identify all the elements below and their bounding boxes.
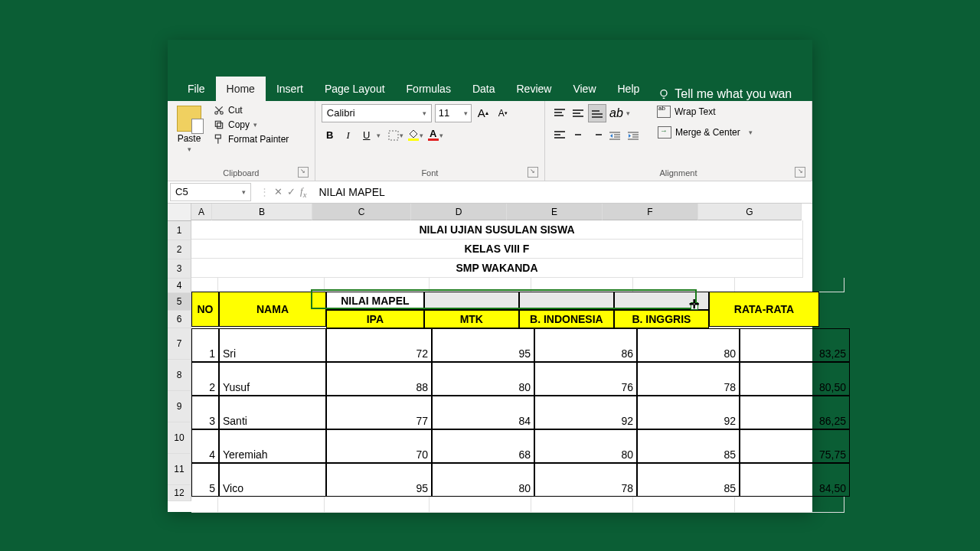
- cell-d5[interactable]: [424, 292, 519, 310]
- title-2[interactable]: KELAS VIII F: [191, 240, 803, 259]
- cell-nama-8[interactable]: Yusuf: [219, 362, 326, 396]
- col-header-g[interactable]: G: [698, 204, 802, 220]
- tab-formulas[interactable]: Formulas: [396, 77, 462, 101]
- orientation-dropdown[interactable]: ▾: [626, 109, 630, 117]
- cell-e12[interactable]: [531, 497, 633, 513]
- cell-ipa-8[interactable]: 88: [326, 362, 432, 396]
- header-no[interactable]: NO: [191, 292, 219, 327]
- cell-rata-11[interactable]: 84,50: [740, 463, 850, 497]
- font-name-combo[interactable]: Calibri▾: [322, 104, 432, 122]
- col-header-e[interactable]: E: [507, 204, 603, 220]
- row-header-4[interactable]: 4: [168, 279, 191, 293]
- cell-e5[interactable]: [519, 292, 614, 310]
- header-binggris[interactable]: B. INGGRIS: [614, 310, 709, 328]
- cell-binggris-9[interactable]: 92: [637, 396, 740, 429]
- header-nilai-mapel[interactable]: NILAI MAPEL: [326, 292, 424, 310]
- underline-button[interactable]: U: [358, 127, 375, 144]
- cell-bindo-8[interactable]: 76: [534, 362, 637, 396]
- cell-mtk-9[interactable]: 84: [432, 396, 534, 429]
- cell-rata-7[interactable]: 83,25: [740, 328, 850, 362]
- merge-center-dropdown[interactable]: ▾: [746, 127, 756, 138]
- cell-mtk-7[interactable]: 95: [432, 328, 534, 362]
- decrease-indent-button[interactable]: [606, 127, 623, 144]
- cell-b12[interactable]: [218, 497, 325, 513]
- cell-ipa-7[interactable]: 72: [326, 328, 432, 362]
- cell-mtk-11[interactable]: 80: [432, 463, 534, 497]
- bold-button[interactable]: B: [322, 127, 338, 144]
- wrap-text-button[interactable]: Wrap Text: [652, 104, 756, 119]
- tab-review[interactable]: Review: [506, 77, 563, 101]
- font-size-combo[interactable]: 11▾: [435, 104, 472, 122]
- cell-ipa-9[interactable]: 77: [326, 396, 432, 429]
- header-ipa[interactable]: IPA: [326, 310, 424, 328]
- col-header-c[interactable]: C: [312, 204, 411, 220]
- cell-nama-9[interactable]: Santi: [219, 396, 326, 429]
- row-header-2[interactable]: 2: [168, 240, 191, 259]
- cell-mtk-10[interactable]: 68: [432, 429, 534, 463]
- font-dialog-launcher[interactable]: ↘: [528, 167, 538, 178]
- increase-font-button[interactable]: A▴: [475, 105, 492, 122]
- header-bindo[interactable]: B. INDONESIA: [519, 310, 614, 328]
- row-header-9[interactable]: 9: [168, 391, 191, 422]
- cell-nama-10[interactable]: Yeremiah: [219, 429, 326, 463]
- row-header-11[interactable]: 11: [168, 454, 191, 485]
- cell-bindo-10[interactable]: 80: [534, 429, 637, 463]
- cell-g12[interactable]: [735, 497, 844, 513]
- formula-input[interactable]: NILAI MAPEL: [312, 186, 812, 198]
- align-middle-button[interactable]: [570, 105, 586, 122]
- cell-no-8[interactable]: 2: [191, 362, 219, 396]
- cell-rata-9[interactable]: 86,25: [740, 396, 850, 429]
- tab-help[interactable]: Help: [607, 77, 651, 101]
- paste-button[interactable]: Paste ▾: [174, 104, 204, 155]
- cell-binggris-11[interactable]: 85: [637, 463, 740, 497]
- col-header-d[interactable]: D: [411, 204, 507, 220]
- decrease-font-button[interactable]: A▾: [495, 105, 511, 122]
- cancel-formula-button[interactable]: ✕: [274, 186, 283, 197]
- cell-no-11[interactable]: 5: [191, 463, 219, 497]
- cell-a12[interactable]: [191, 497, 218, 513]
- row-header-5[interactable]: 5: [168, 293, 191, 311]
- align-bottom-button[interactable]: [588, 104, 606, 122]
- sheet-area[interactable]: 1 2 3 4 5 6 7 8 9 10 11 12 A B C D E F G: [168, 204, 812, 512]
- align-top-button[interactable]: [551, 105, 568, 122]
- header-mtk[interactable]: MTK: [424, 310, 519, 328]
- tab-page-layout[interactable]: Page Layout: [314, 77, 396, 101]
- cell-no-7[interactable]: 1: [191, 328, 219, 362]
- cell-nama-11[interactable]: Vico: [219, 463, 326, 497]
- cell-ipa-11[interactable]: 95: [326, 463, 432, 497]
- cell-no-9[interactable]: 3: [191, 396, 219, 429]
- orientation-button[interactable]: ab: [608, 105, 625, 122]
- cell-nama-7[interactable]: Sri: [219, 328, 326, 362]
- header-nama[interactable]: NAMA: [219, 292, 326, 327]
- row-header-8[interactable]: 8: [168, 360, 191, 391]
- cell-c12[interactable]: [325, 497, 430, 513]
- cell-no-10[interactable]: 4: [191, 429, 219, 463]
- cell-b4[interactable]: [218, 278, 325, 292]
- tab-file[interactable]: File: [177, 77, 216, 101]
- font-color-button[interactable]: A ▾: [426, 128, 445, 142]
- col-header-a[interactable]: A: [191, 204, 212, 220]
- title-1[interactable]: NILAI UJIAN SUSULAN SISWA: [191, 220, 803, 240]
- cell-e4[interactable]: [531, 278, 633, 292]
- cell-bindo-11[interactable]: 78: [534, 463, 637, 497]
- cell-d12[interactable]: [430, 497, 531, 513]
- cell-binggris-8[interactable]: 78: [637, 362, 740, 396]
- tab-home[interactable]: Home: [216, 77, 266, 101]
- tab-data[interactable]: Data: [462, 77, 506, 101]
- title-3[interactable]: SMP WAKANDA: [191, 259, 803, 278]
- col-header-b[interactable]: B: [212, 204, 312, 220]
- cell-f12[interactable]: [633, 497, 735, 513]
- cell-rata-8[interactable]: 80,50: [740, 362, 850, 396]
- row-header-12[interactable]: 12: [168, 485, 191, 501]
- cut-button[interactable]: Cut: [211, 104, 292, 116]
- merge-center-button[interactable]: Merge & Center: [652, 124, 746, 141]
- col-header-f[interactable]: F: [603, 204, 698, 220]
- align-center-button[interactable]: [570, 127, 586, 144]
- cell-bindo-9[interactable]: 92: [534, 396, 637, 429]
- align-left-button[interactable]: [551, 127, 568, 144]
- cell-mtk-8[interactable]: 80: [432, 362, 534, 396]
- tell-me-search[interactable]: Tell me what you wan: [650, 87, 792, 101]
- format-painter-button[interactable]: Format Painter: [211, 133, 292, 145]
- name-box[interactable]: C5▾: [170, 183, 251, 201]
- tab-insert[interactable]: Insert: [266, 77, 314, 101]
